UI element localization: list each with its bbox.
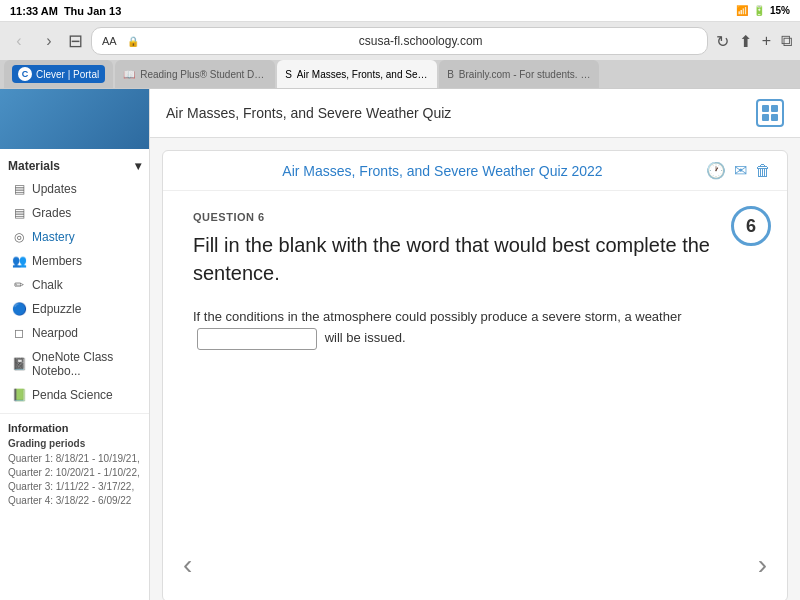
tab-quiz-label: Air Masses, Fronts, and Severe... — [297, 69, 429, 80]
content-header: Air Masses, Fronts, and Severe Weather Q… — [150, 89, 800, 138]
quiz-title: Air Masses, Fronts, and Severe Weather Q… — [179, 163, 706, 179]
grid-cell-3 — [762, 114, 769, 121]
members-icon: 👥 — [12, 254, 26, 268]
tab-quiz[interactable]: S Air Masses, Fronts, and Severe... — [277, 60, 437, 88]
browser-tabs: C Clever | Portal 📖 Reading Plus® Studen… — [0, 60, 800, 88]
sidebar-item-grades[interactable]: ▤ Grades — [8, 201, 141, 225]
grades-icon: ▤ — [12, 206, 26, 220]
browser-chrome: ‹ › ⊟ AA 🔒 csusa-fl.schoology.com ↻ ⬆ + … — [0, 22, 800, 89]
aa-label: AA — [102, 35, 117, 47]
materials-chevron: ▾ — [135, 159, 141, 173]
sidebar-item-onenote[interactable]: 📓 OneNote Class Notebo... — [8, 345, 141, 383]
nearpod-icon: ◻ — [12, 326, 26, 340]
materials-label: Materials — [8, 159, 60, 173]
next-button[interactable]: › — [758, 549, 767, 581]
tab-clever[interactable]: C Clever | Portal — [4, 60, 113, 88]
main-layout: Materials ▾ ▤ Updates ▤ Grades ◎ Mastery… — [0, 89, 800, 600]
edpuzzle-icon: 🔵 — [12, 302, 26, 316]
question-body-part1: If the conditions in the atmosphere coul… — [193, 309, 682, 324]
toolbar-actions: ↻ ⬆ + ⧉ — [716, 32, 792, 51]
tab-brainly[interactable]: B Brainly.com - For students. By st... — [439, 60, 599, 88]
sidebar-item-updates[interactable]: ▤ Updates — [8, 177, 141, 201]
mastery-label: Mastery — [32, 230, 75, 244]
quiz-top-bar: Air Masses, Fronts, and Severe Weather Q… — [163, 151, 787, 191]
brainly-icon: B — [447, 69, 454, 80]
new-tab-button[interactable]: + — [762, 32, 771, 50]
browser-toolbar: ‹ › ⊟ AA 🔒 csusa-fl.schoology.com ↻ ⬆ + … — [0, 22, 800, 60]
mastery-icon: ◎ — [12, 230, 26, 244]
quiz-mail-icon[interactable]: ✉ — [734, 161, 747, 180]
updates-icon: ▤ — [12, 182, 26, 196]
sidebar-item-mastery[interactable]: ◎ Mastery — [8, 225, 141, 249]
question-text: Fill in the blank with the word that wou… — [193, 231, 757, 287]
lock-icon: 🔒 — [127, 36, 139, 47]
quiz-container: Air Masses, Fronts, and Severe Weather Q… — [162, 150, 788, 600]
url-text: csusa-fl.schoology.com — [145, 34, 697, 48]
fill-blank-input[interactable] — [197, 328, 317, 350]
question-body-part2: will be issued. — [325, 330, 406, 345]
sidebar-materials-section: Materials ▾ ▤ Updates ▤ Grades ◎ Mastery… — [0, 149, 149, 414]
back-button[interactable]: ‹ — [8, 30, 30, 52]
chalk-icon: ✏ — [12, 278, 26, 292]
tabs-button[interactable]: ⧉ — [781, 32, 792, 50]
content-title: Air Masses, Fronts, and Severe Weather Q… — [166, 105, 451, 121]
quiz-top-icons: 🕐 ✉ 🗑 — [706, 161, 771, 180]
chalk-label: Chalk — [32, 278, 63, 292]
sidebar-item-nearpod[interactable]: ◻ Nearpod — [8, 321, 141, 345]
onenote-label: OneNote Class Notebo... — [32, 350, 137, 378]
question-area: QUESTION 6 Fill in the blank with the wo… — [163, 191, 787, 410]
previous-button[interactable]: ‹ — [183, 549, 192, 581]
sidebar: Materials ▾ ▤ Updates ▤ Grades ◎ Mastery… — [0, 89, 150, 600]
battery-icon: 🔋 — [753, 5, 765, 16]
grid-cell-2 — [771, 105, 778, 112]
sidebar-materials-header: Materials ▾ — [8, 155, 141, 177]
sidebar-information: Information Grading periods Quarter 1: 8… — [0, 414, 149, 516]
status-bar: 11:33 AM Thu Jan 13 📶 🔋 15% — [0, 0, 800, 22]
onenote-icon: 📓 — [12, 357, 26, 371]
tab-brainly-label: Brainly.com - For students. By st... — [459, 69, 591, 80]
timer-circle: 6 — [731, 206, 771, 246]
nearpod-label: Nearpod — [32, 326, 78, 340]
tab-reading[interactable]: 📖 Reading Plus® Student Dashboard — [115, 60, 275, 88]
content-area: Air Masses, Fronts, and Severe Weather Q… — [150, 89, 800, 600]
sidebar-item-chalk[interactable]: ✏ Chalk — [8, 273, 141, 297]
quiz-delete-icon[interactable]: 🗑 — [755, 162, 771, 180]
grid-cell-1 — [762, 105, 769, 112]
members-label: Members — [32, 254, 82, 268]
penda-icon: 📗 — [12, 388, 26, 402]
forward-button[interactable]: › — [38, 30, 60, 52]
grading-periods-label: Grading periods — [8, 438, 141, 449]
tab-reading-label: Reading Plus® Student Dashboard — [140, 69, 267, 80]
edpuzzle-label: Edpuzzle — [32, 302, 81, 316]
information-title: Information — [8, 422, 141, 434]
quiz-timer-icon[interactable]: 🕐 — [706, 161, 726, 180]
penda-label: Penda Science — [32, 388, 113, 402]
reading-icon: 📖 — [123, 69, 135, 80]
navigation-arrows: ‹ › — [163, 539, 787, 591]
battery-level: 15% — [770, 5, 790, 16]
grades-label: Grades — [32, 206, 71, 220]
timer-value: 6 — [746, 216, 756, 237]
reload-button[interactable]: ↻ — [716, 32, 729, 51]
question-body: If the conditions in the atmosphere coul… — [193, 307, 757, 350]
question-number: QUESTION 6 — [193, 211, 757, 223]
grading-periods-text: Quarter 1: 8/18/21 - 10/19/21, Quarter 2… — [8, 452, 141, 508]
quiz-icon: S — [285, 69, 292, 80]
sidebar-item-members[interactable]: 👥 Members — [8, 249, 141, 273]
tab-clever-label: Clever | Portal — [36, 69, 99, 80]
reader-icon: ⊟ — [68, 30, 83, 52]
updates-label: Updates — [32, 182, 77, 196]
time: 11:33 AM — [10, 5, 58, 17]
clever-icon: C — [18, 67, 32, 81]
date: Thu Jan 13 — [64, 5, 121, 17]
address-bar[interactable]: AA 🔒 csusa-fl.schoology.com — [91, 27, 708, 55]
wifi-icon: 📶 — [736, 5, 748, 16]
grid-view-button[interactable] — [756, 99, 784, 127]
share-button[interactable]: ⬆ — [739, 32, 752, 51]
sidebar-header-image — [0, 89, 149, 149]
grid-cell-4 — [771, 114, 778, 121]
sidebar-item-edpuzzle[interactable]: 🔵 Edpuzzle — [8, 297, 141, 321]
sidebar-item-penda[interactable]: 📗 Penda Science — [8, 383, 141, 407]
